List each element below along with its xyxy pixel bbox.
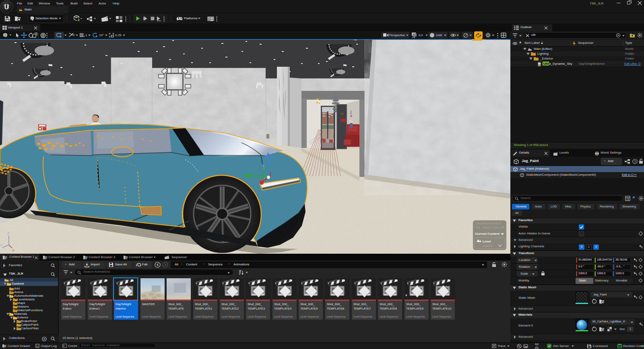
svg-text:?: ? (634, 160, 636, 164)
svg-text:Level: Level (483, 240, 491, 243)
svg-text:Z: Z (7, 231, 10, 235)
svg-text:Current Context: Current Context (475, 232, 500, 236)
svg-text:x: x (12, 248, 14, 252)
svg-text:Anima: Anima (483, 244, 492, 248)
svg-text:Y: Y (0, 243, 2, 247)
svg-text:Selected Actor(s) in: Selected Actor(s) in (475, 222, 502, 225)
svg-text:Car_Jaguar_Type_00: Car_Jaguar_Type_00 (475, 226, 504, 229)
